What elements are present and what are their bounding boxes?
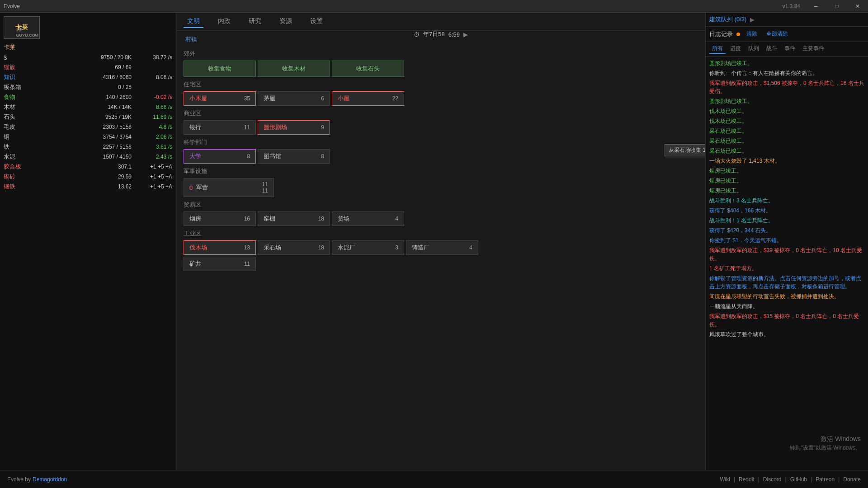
sub-nav-village[interactable]: 村镇 xyxy=(184,34,199,44)
amphitheater-button[interactable]: 圆形剧场 9 xyxy=(258,120,330,135)
nav-item-1[interactable]: 内政 xyxy=(214,15,234,28)
foundry-button[interactable]: 铸造厂 4 xyxy=(406,240,478,255)
patreon-link[interactable]: Patreon xyxy=(816,476,835,483)
cottage-button[interactable]: 小屋 22 xyxy=(332,91,404,106)
resource-name-3: 知识 xyxy=(4,73,31,81)
nav-item-3[interactable]: 资源 xyxy=(276,15,296,28)
log-entry-4: 伐木场已竣工。 xyxy=(709,107,864,115)
log-tab-all[interactable]: 所有 xyxy=(709,44,726,54)
industrial-grid: 伐木场 13 采石场 18 水泥厂 3 铸造厂 4 xyxy=(184,240,698,255)
minimize-button[interactable]: ─ xyxy=(806,0,826,13)
warehouse-count: 4 xyxy=(395,216,398,222)
resource-name-4: 板条箱 xyxy=(4,83,31,91)
section-science: 科学部门 大学 8 图书馆 8 xyxy=(184,138,698,164)
resource-row-9: 铜3754 / 37542.06 /s xyxy=(0,132,176,142)
barracks-button[interactable]: 0 军营 11 11 xyxy=(184,178,274,197)
small-cabin-label: 小木屋 xyxy=(189,94,207,103)
section-residential: 住宅区 小木屋 35 茅屋 6 小屋 22 xyxy=(184,80,698,106)
top-nav: 文明内政研究资源设置 ⏱ 年7日58 6:59 ▶ xyxy=(176,13,705,31)
resource-rate-3: 8.06 /s xyxy=(132,74,172,80)
timer-arrow: ▶ xyxy=(463,31,468,38)
nav-items: 文明内政研究资源设置 xyxy=(184,15,326,28)
library-button[interactable]: 图书馆 8 xyxy=(258,149,330,164)
discord-link[interactable]: Discord xyxy=(763,476,782,483)
collect-wood-button[interactable]: 收集木材 xyxy=(258,61,330,77)
resource-rate-13: +1 +5 +A xyxy=(132,174,172,180)
resource-row-2: 猫族69 / 69 xyxy=(0,62,176,72)
resource-name-5: 食物 xyxy=(4,93,31,101)
industrial-grid-2: 矿井 11 xyxy=(184,257,698,271)
logo-area: 卡莱 1田GUYU.COM xyxy=(0,14,176,42)
mine-button[interactable]: 矿井 11 xyxy=(184,257,256,271)
commercial-label: 商业区 xyxy=(184,109,698,117)
smokehouse-button[interactable]: 烟房 16 xyxy=(184,211,256,226)
collect-stone-button[interactable]: 收集石头 xyxy=(332,61,404,77)
maximize-button[interactable]: □ xyxy=(826,0,847,13)
section-trade: 贸易区 烟房 16 窑棚 18 货场 4 xyxy=(184,201,698,226)
reddit-link[interactable]: Reddit xyxy=(739,476,755,483)
barracks-zero: 0 xyxy=(189,184,193,191)
cement-plant-button[interactable]: 水泥厂 3 xyxy=(332,240,404,255)
military-label: 军事设施 xyxy=(184,167,698,175)
resource-row-3: 知识4316 / 60608.06 /s xyxy=(0,72,176,82)
bank-button[interactable]: 银行 11 xyxy=(184,120,256,135)
developer-name[interactable]: Demagorddon xyxy=(33,476,67,483)
outdoor-grid: 收集食物 收集木材 收集石头 从采石场收集 1 石头 xyxy=(184,61,698,77)
log-entry-23: 我军遭到敌军的攻击，$15 被掠夺，0 名士兵阵亡，0 名士兵受伤。 xyxy=(709,312,864,328)
log-entry-7: 采石场已竣工。 xyxy=(709,137,864,145)
resource-rate-6: 8.66 /s xyxy=(132,104,172,110)
wiki-link[interactable]: Wiki xyxy=(720,476,730,483)
bottom-bar: Evolve by Demagorddon Wiki | Reddit | Di… xyxy=(0,470,868,488)
log-clear-button[interactable]: 清除 xyxy=(744,29,760,39)
small-cabin-button[interactable]: 小木屋 35 xyxy=(184,91,256,106)
donate-link[interactable]: Donate xyxy=(843,476,861,483)
titlebar: Evolve v1.3.84 ─ □ ✕ xyxy=(0,0,868,13)
resource-rate-5: -0.02 /s xyxy=(132,94,172,100)
resource-row-7: 石头9525 / 19K11.69 /s xyxy=(0,112,176,122)
hut-button[interactable]: 茅屋 6 xyxy=(258,91,330,106)
barracks-info: 0 军营 xyxy=(189,183,208,192)
resource-row-1: $9750 / 20.8K38.72 /s xyxy=(0,52,176,62)
collect-food-button[interactable]: 收集食物 xyxy=(184,61,256,77)
kiln-button[interactable]: 窑棚 18 xyxy=(258,211,330,226)
trade-label: 贸易区 xyxy=(184,201,698,209)
nav-item-4[interactable]: 设置 xyxy=(307,15,326,28)
log-indicator xyxy=(736,33,740,36)
university-button[interactable]: 大学 8 xyxy=(184,149,256,164)
resource-rate-7: 11.69 /s xyxy=(132,114,172,120)
resource-list: 卡莱$9750 / 20.8K38.72 /s猫族69 / 69知识4316 /… xyxy=(0,42,176,192)
residential-grid: 小木屋 35 茅屋 6 小屋 22 xyxy=(184,91,698,106)
resource-row-12: 胶合板307.1+1 +5 +A xyxy=(0,162,176,172)
resource-panel: 卡莱 1田GUYU.COM 卡莱$9750 / 20.8K38.72 /s猫族6… xyxy=(0,13,176,470)
queue-title[interactable]: 建筑队列 (0/3) xyxy=(709,15,746,23)
log-clear-all-button[interactable]: 全部清除 xyxy=(764,29,791,39)
github-link[interactable]: GitHub xyxy=(790,476,807,483)
resource-name-10: 铁 xyxy=(4,143,31,151)
lumber-mill-button[interactable]: 伐木场 13 xyxy=(184,240,256,255)
version-label: v1.3.84 xyxy=(783,3,800,9)
commercial-grid: 银行 11 圆形剧场 9 xyxy=(184,120,698,135)
lumber-mill-label: 伐木场 xyxy=(189,244,207,252)
log-tab-queue[interactable]: 队列 xyxy=(745,44,762,54)
log-tab-main-event[interactable]: 主要事件 xyxy=(800,44,827,54)
resource-name-6: 木材 xyxy=(4,103,31,111)
queue-arrow: ▶ xyxy=(750,16,755,23)
log-entry-3: 圆形剧场已竣工。 xyxy=(709,97,864,105)
log-tab-event[interactable]: 事件 xyxy=(782,44,798,54)
log-entry-1: 你听到一个传言：有人在散播有关你的谣言。 xyxy=(709,69,864,77)
resource-value-11: 1507 / 4150 xyxy=(31,154,132,160)
warehouse-button[interactable]: 货场 4 xyxy=(332,211,404,226)
amphitheater-count: 9 xyxy=(321,124,324,131)
collect-stone-container: 收集石头 从采石场收集 1 石头 xyxy=(332,61,404,77)
resource-value-7: 9525 / 19K xyxy=(31,114,132,120)
nav-item-0[interactable]: 文明 xyxy=(184,15,203,28)
log-tab-battle[interactable]: 战斗 xyxy=(764,44,780,54)
resource-name-7: 石头 xyxy=(4,113,31,121)
quarry-button[interactable]: 采石场 18 xyxy=(258,240,330,255)
resource-row-13: 砌砖29.59+1 +5 +A xyxy=(0,172,176,182)
close-button[interactable]: ✕ xyxy=(847,0,868,13)
resource-value-12: 307.1 xyxy=(31,164,132,170)
log-tab-progress[interactable]: 进度 xyxy=(727,44,744,54)
bank-count: 11 xyxy=(244,124,250,131)
nav-item-2[interactable]: 研究 xyxy=(245,15,265,28)
